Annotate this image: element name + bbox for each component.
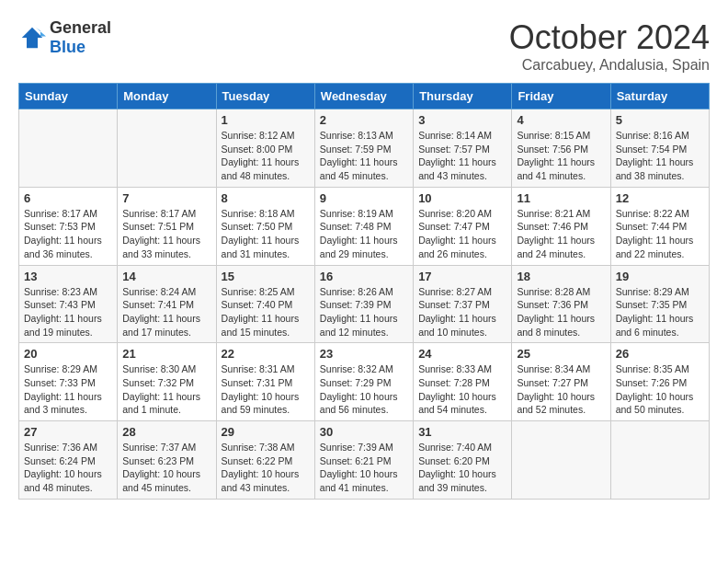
week-row-4: 20Sunrise: 8:29 AM Sunset: 7:33 PM Dayli… [19,343,710,421]
day-cell: 21Sunrise: 8:30 AM Sunset: 7:32 PM Dayli… [118,343,216,421]
day-cell: 2Sunrise: 8:13 AM Sunset: 7:59 PM Daylig… [314,109,413,188]
header-cell-saturday: Saturday [610,84,709,109]
day-info: Sunrise: 8:13 AM Sunset: 7:59 PM Dayligh… [320,129,408,183]
header-cell-thursday: Thursday [414,84,512,109]
day-cell: 12Sunrise: 8:22 AM Sunset: 7:44 PM Dayli… [610,187,709,265]
day-cell: 28Sunrise: 7:37 AM Sunset: 6:23 PM Dayli… [118,421,216,500]
header-cell-monday: Monday [118,84,216,109]
day-info: Sunrise: 8:23 AM Sunset: 7:43 PM Dayligh… [24,285,112,339]
day-number: 4 [517,113,605,127]
day-info: Sunrise: 8:31 AM Sunset: 7:31 PM Dayligh… [222,362,310,417]
header-cell-sunday: Sunday [19,84,118,109]
month-title: October 2024 [509,18,710,57]
day-number: 3 [418,113,506,127]
day-cell [19,109,118,188]
day-cell: 5Sunrise: 8:16 AM Sunset: 7:54 PM Daylig… [610,109,709,188]
calendar-table: SundayMondayTuesdayWednesdayThursdayFrid… [18,83,710,500]
header-cell-friday: Friday [512,84,610,109]
day-number: 14 [122,270,210,283]
week-row-2: 6Sunrise: 8:17 AM Sunset: 7:53 PM Daylig… [19,187,710,265]
week-row-5: 27Sunrise: 7:36 AM Sunset: 6:24 PM Dayli… [19,421,710,500]
day-number: 5 [616,113,704,127]
day-number: 6 [24,191,112,205]
day-cell [118,109,216,188]
day-info: Sunrise: 8:29 AM Sunset: 7:33 PM Dayligh… [24,362,112,417]
day-number: 19 [616,270,704,283]
day-cell: 15Sunrise: 8:25 AM Sunset: 7:40 PM Dayli… [216,265,314,343]
title-block: October 2024 Carcabuey, Andalusia, Spain [509,18,710,74]
day-info: Sunrise: 7:39 AM Sunset: 6:21 PM Dayligh… [320,441,408,495]
day-number: 31 [418,425,506,439]
day-info: Sunrise: 8:20 AM Sunset: 7:47 PM Dayligh… [418,207,506,261]
header-row: SundayMondayTuesdayWednesdayThursdayFrid… [19,84,710,109]
day-number: 11 [517,191,605,205]
day-cell: 8Sunrise: 8:18 AM Sunset: 7:50 PM Daylig… [216,187,314,265]
day-cell: 20Sunrise: 8:29 AM Sunset: 7:33 PM Dayli… [19,343,118,421]
day-number: 30 [320,425,408,439]
day-info: Sunrise: 8:30 AM Sunset: 7:32 PM Dayligh… [122,362,210,417]
day-cell: 26Sunrise: 8:35 AM Sunset: 7:26 PM Dayli… [610,343,709,421]
day-cell: 6Sunrise: 8:17 AM Sunset: 7:53 PM Daylig… [19,187,118,265]
day-number: 16 [320,270,408,283]
day-info: Sunrise: 8:35 AM Sunset: 7:26 PM Dayligh… [616,362,704,417]
day-cell: 29Sunrise: 7:38 AM Sunset: 6:22 PM Dayli… [216,421,314,500]
day-info: Sunrise: 8:34 AM Sunset: 7:27 PM Dayligh… [517,362,605,417]
day-cell: 14Sunrise: 8:24 AM Sunset: 7:41 PM Dayli… [118,265,216,343]
day-cell: 19Sunrise: 8:29 AM Sunset: 7:35 PM Dayli… [610,265,709,343]
day-number: 7 [122,191,210,205]
day-number: 27 [24,425,112,439]
day-number: 20 [24,347,112,361]
day-cell: 30Sunrise: 7:39 AM Sunset: 6:21 PM Dayli… [314,421,413,500]
day-number: 17 [418,270,506,283]
day-cell: 9Sunrise: 8:19 AM Sunset: 7:48 PM Daylig… [314,187,413,265]
day-cell: 3Sunrise: 8:14 AM Sunset: 7:57 PM Daylig… [414,109,512,188]
day-info: Sunrise: 8:25 AM Sunset: 7:40 PM Dayligh… [222,285,310,339]
day-cell: 10Sunrise: 8:20 AM Sunset: 7:47 PM Dayli… [414,187,512,265]
location-title: Carcabuey, Andalusia, Spain [509,57,710,74]
week-row-3: 13Sunrise: 8:23 AM Sunset: 7:43 PM Dayli… [19,265,710,343]
day-cell: 22Sunrise: 8:31 AM Sunset: 7:31 PM Dayli… [216,343,314,421]
header-cell-tuesday: Tuesday [216,84,314,109]
day-info: Sunrise: 7:38 AM Sunset: 6:22 PM Dayligh… [222,441,310,495]
day-info: Sunrise: 8:26 AM Sunset: 7:39 PM Dayligh… [320,285,408,339]
day-number: 23 [320,347,408,361]
day-cell: 11Sunrise: 8:21 AM Sunset: 7:46 PM Dayli… [512,187,610,265]
day-cell: 16Sunrise: 8:26 AM Sunset: 7:39 PM Dayli… [314,265,413,343]
day-info: Sunrise: 8:17 AM Sunset: 7:53 PM Dayligh… [24,207,112,261]
day-number: 8 [222,191,310,205]
day-number: 22 [222,347,310,361]
day-cell: 31Sunrise: 7:40 AM Sunset: 6:20 PM Dayli… [414,421,512,500]
day-number: 13 [24,270,112,283]
day-number: 15 [222,270,310,283]
logo-blue: Blue [50,38,85,56]
day-number: 28 [122,425,210,439]
logo-general: General [50,18,111,37]
day-info: Sunrise: 7:36 AM Sunset: 6:24 PM Dayligh… [24,441,112,495]
day-number: 18 [517,270,605,283]
day-info: Sunrise: 8:19 AM Sunset: 7:48 PM Dayligh… [320,207,408,261]
logo: General Blue [18,18,111,57]
day-info: Sunrise: 8:16 AM Sunset: 7:54 PM Dayligh… [616,129,704,183]
week-row-1: 1Sunrise: 8:12 AM Sunset: 8:00 PM Daylig… [19,109,710,188]
day-cell: 7Sunrise: 8:17 AM Sunset: 7:51 PM Daylig… [118,187,216,265]
day-number: 1 [222,113,310,127]
day-info: Sunrise: 8:12 AM Sunset: 8:00 PM Dayligh… [222,129,310,183]
day-number: 26 [616,347,704,361]
day-cell [610,421,709,500]
day-cell: 4Sunrise: 8:15 AM Sunset: 7:56 PM Daylig… [512,109,610,188]
day-info: Sunrise: 8:29 AM Sunset: 7:35 PM Dayligh… [616,285,704,339]
day-info: Sunrise: 8:24 AM Sunset: 7:41 PM Dayligh… [122,285,210,339]
page-header: General Blue October 2024 Carcabuey, And… [18,18,710,74]
day-number: 21 [122,347,210,361]
day-cell [512,421,610,500]
day-info: Sunrise: 8:22 AM Sunset: 7:44 PM Dayligh… [616,207,704,261]
day-info: Sunrise: 8:14 AM Sunset: 7:57 PM Dayligh… [418,129,506,183]
day-cell: 23Sunrise: 8:32 AM Sunset: 7:29 PM Dayli… [314,343,413,421]
day-info: Sunrise: 7:40 AM Sunset: 6:20 PM Dayligh… [418,441,506,495]
day-number: 10 [418,191,506,205]
day-cell: 1Sunrise: 8:12 AM Sunset: 8:00 PM Daylig… [216,109,314,188]
day-number: 2 [320,113,408,127]
day-cell: 24Sunrise: 8:33 AM Sunset: 7:28 PM Dayli… [414,343,512,421]
day-info: Sunrise: 8:17 AM Sunset: 7:51 PM Dayligh… [122,207,210,261]
day-info: Sunrise: 8:33 AM Sunset: 7:28 PM Dayligh… [418,362,506,417]
